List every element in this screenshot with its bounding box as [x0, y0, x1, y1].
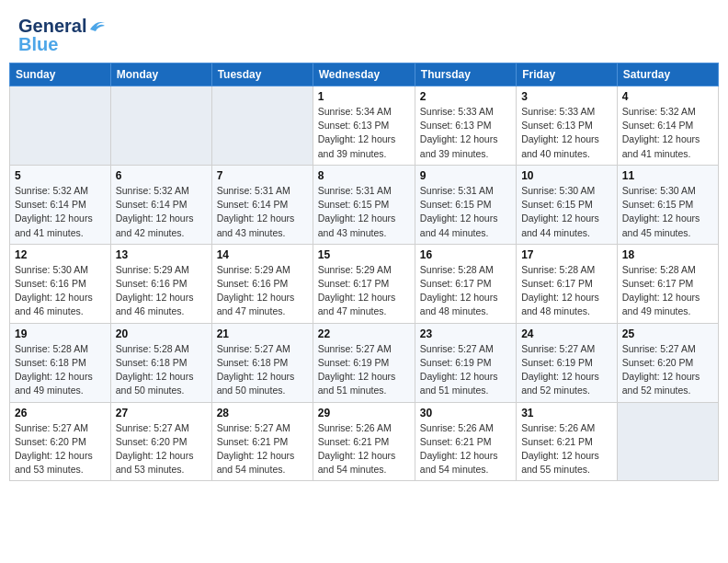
- calendar-day-cell: 15Sunrise: 5:29 AMSunset: 6:17 PMDayligh…: [313, 244, 415, 323]
- calendar-day-cell: 26Sunrise: 5:27 AMSunset: 6:20 PMDayligh…: [10, 402, 111, 481]
- page-header: General Blue: [9, 9, 719, 57]
- day-number: 13: [116, 248, 207, 261]
- day-info: Sunrise: 5:27 AMSunset: 6:20 PMDaylight:…: [116, 421, 207, 477]
- day-number: 31: [521, 407, 612, 419]
- day-number: 1: [318, 90, 410, 103]
- calendar-week-row: 26Sunrise: 5:27 AMSunset: 6:20 PMDayligh…: [10, 402, 719, 481]
- day-info: Sunrise: 5:30 AMSunset: 6:15 PMDaylight:…: [622, 184, 713, 240]
- day-info: Sunrise: 5:27 AMSunset: 6:19 PMDaylight:…: [420, 342, 511, 398]
- day-number: 9: [420, 169, 511, 182]
- day-number: 6: [116, 169, 207, 182]
- day-info: Sunrise: 5:27 AMSunset: 6:18 PMDaylight:…: [217, 342, 308, 398]
- calendar-day-cell: [10, 86, 111, 166]
- calendar-day-cell: 23Sunrise: 5:27 AMSunset: 6:19 PMDayligh…: [415, 323, 516, 402]
- day-number: 7: [217, 169, 308, 182]
- day-number: 30: [420, 407, 511, 419]
- day-number: 10: [521, 169, 612, 182]
- day-info: Sunrise: 5:30 AMSunset: 6:16 PMDaylight:…: [15, 263, 106, 319]
- calendar-week-row: 1Sunrise: 5:34 AMSunset: 6:13 PMDaylight…: [10, 86, 719, 166]
- day-info: Sunrise: 5:32 AMSunset: 6:14 PMDaylight:…: [116, 184, 207, 240]
- day-of-week-header: Sunday: [10, 63, 111, 86]
- calendar-day-cell: 5Sunrise: 5:32 AMSunset: 6:14 PMDaylight…: [10, 165, 111, 244]
- calendar-day-cell: 10Sunrise: 5:30 AMSunset: 6:15 PMDayligh…: [517, 165, 618, 244]
- day-info: Sunrise: 5:26 AMSunset: 6:21 PMDaylight:…: [521, 421, 612, 477]
- calendar-day-cell: [617, 402, 718, 481]
- day-of-week-header: Tuesday: [211, 63, 313, 86]
- calendar-body: 1Sunrise: 5:34 AMSunset: 6:13 PMDaylight…: [10, 86, 719, 481]
- day-number: 26: [15, 407, 106, 419]
- day-number: 20: [116, 327, 207, 340]
- calendar-day-cell: 29Sunrise: 5:26 AMSunset: 6:21 PMDayligh…: [313, 402, 415, 481]
- calendar-week-row: 12Sunrise: 5:30 AMSunset: 6:16 PMDayligh…: [10, 244, 719, 323]
- day-number: 18: [622, 248, 713, 261]
- calendar-day-cell: 7Sunrise: 5:31 AMSunset: 6:14 PMDaylight…: [211, 165, 313, 244]
- calendar-day-cell: 25Sunrise: 5:27 AMSunset: 6:20 PMDayligh…: [617, 323, 718, 402]
- day-of-week-header: Monday: [110, 63, 211, 86]
- calendar-day-cell: [110, 86, 211, 166]
- day-info: Sunrise: 5:31 AMSunset: 6:15 PMDaylight:…: [318, 184, 410, 240]
- day-number: 12: [15, 248, 106, 261]
- calendar-day-cell: 31Sunrise: 5:26 AMSunset: 6:21 PMDayligh…: [517, 402, 618, 481]
- day-info: Sunrise: 5:26 AMSunset: 6:21 PMDaylight:…: [318, 421, 410, 477]
- day-info: Sunrise: 5:31 AMSunset: 6:15 PMDaylight:…: [420, 184, 511, 240]
- day-info: Sunrise: 5:29 AMSunset: 6:17 PMDaylight:…: [318, 263, 410, 319]
- calendar-day-cell: 9Sunrise: 5:31 AMSunset: 6:15 PMDaylight…: [415, 165, 516, 244]
- day-info: Sunrise: 5:32 AMSunset: 6:14 PMDaylight:…: [622, 105, 713, 161]
- calendar-day-cell: 17Sunrise: 5:28 AMSunset: 6:17 PMDayligh…: [517, 244, 618, 323]
- day-info: Sunrise: 5:28 AMSunset: 6:18 PMDaylight:…: [116, 342, 207, 398]
- day-number: 16: [420, 248, 511, 261]
- day-number: 4: [622, 90, 713, 103]
- day-info: Sunrise: 5:28 AMSunset: 6:17 PMDaylight:…: [420, 263, 511, 319]
- day-info: Sunrise: 5:27 AMSunset: 6:20 PMDaylight:…: [15, 421, 106, 477]
- calendar-day-cell: 6Sunrise: 5:32 AMSunset: 6:14 PMDaylight…: [110, 165, 211, 244]
- calendar-day-cell: 19Sunrise: 5:28 AMSunset: 6:18 PMDayligh…: [10, 323, 111, 402]
- day-info: Sunrise: 5:33 AMSunset: 6:13 PMDaylight:…: [420, 105, 511, 161]
- calendar-day-cell: 24Sunrise: 5:27 AMSunset: 6:19 PMDayligh…: [517, 323, 618, 402]
- day-info: Sunrise: 5:32 AMSunset: 6:14 PMDaylight:…: [15, 184, 106, 240]
- day-info: Sunrise: 5:29 AMSunset: 6:16 PMDaylight:…: [217, 263, 308, 319]
- calendar-day-cell: 27Sunrise: 5:27 AMSunset: 6:20 PMDayligh…: [110, 402, 211, 481]
- calendar-day-cell: 20Sunrise: 5:28 AMSunset: 6:18 PMDayligh…: [110, 323, 211, 402]
- day-number: 27: [116, 407, 207, 419]
- day-info: Sunrise: 5:34 AMSunset: 6:13 PMDaylight:…: [318, 105, 410, 161]
- day-of-week-header: Saturday: [617, 63, 718, 86]
- calendar-day-cell: 8Sunrise: 5:31 AMSunset: 6:15 PMDaylight…: [313, 165, 415, 244]
- day-number: 15: [318, 248, 410, 261]
- day-number: 11: [622, 169, 713, 182]
- calendar-day-cell: 3Sunrise: 5:33 AMSunset: 6:13 PMDaylight…: [517, 86, 618, 166]
- logo-blue-text: Blue: [18, 35, 58, 53]
- calendar-day-cell: 13Sunrise: 5:29 AMSunset: 6:16 PMDayligh…: [110, 244, 211, 323]
- day-info: Sunrise: 5:28 AMSunset: 6:17 PMDaylight:…: [521, 263, 612, 319]
- day-info: Sunrise: 5:30 AMSunset: 6:15 PMDaylight:…: [521, 184, 612, 240]
- logo: General Blue: [18, 17, 107, 53]
- calendar-day-cell: 18Sunrise: 5:28 AMSunset: 6:17 PMDayligh…: [617, 244, 718, 323]
- logo-bird-icon: [88, 18, 107, 33]
- calendar-day-cell: 2Sunrise: 5:33 AMSunset: 6:13 PMDaylight…: [415, 86, 516, 166]
- calendar-day-cell: 30Sunrise: 5:26 AMSunset: 6:21 PMDayligh…: [415, 402, 516, 481]
- day-info: Sunrise: 5:27 AMSunset: 6:20 PMDaylight:…: [622, 342, 713, 398]
- day-number: 29: [318, 407, 410, 419]
- day-number: 14: [217, 248, 308, 261]
- calendar-week-row: 19Sunrise: 5:28 AMSunset: 6:18 PMDayligh…: [10, 323, 719, 402]
- calendar-day-cell: 22Sunrise: 5:27 AMSunset: 6:19 PMDayligh…: [313, 323, 415, 402]
- day-info: Sunrise: 5:29 AMSunset: 6:16 PMDaylight:…: [116, 263, 207, 319]
- day-number: 8: [318, 169, 410, 182]
- calendar-day-cell: 28Sunrise: 5:27 AMSunset: 6:21 PMDayligh…: [211, 402, 313, 481]
- day-number: 5: [15, 169, 106, 182]
- header-row: SundayMondayTuesdayWednesdayThursdayFrid…: [10, 63, 719, 86]
- day-number: 22: [318, 327, 410, 340]
- day-number: 24: [521, 327, 612, 340]
- day-info: Sunrise: 5:31 AMSunset: 6:14 PMDaylight:…: [217, 184, 308, 240]
- calendar-day-cell: 12Sunrise: 5:30 AMSunset: 6:16 PMDayligh…: [10, 244, 111, 323]
- day-number: 3: [521, 90, 612, 103]
- day-of-week-header: Wednesday: [313, 63, 415, 86]
- day-number: 25: [622, 327, 713, 340]
- day-info: Sunrise: 5:28 AMSunset: 6:17 PMDaylight:…: [622, 263, 713, 319]
- calendar-table: SundayMondayTuesdayWednesdayThursdayFrid…: [9, 63, 719, 481]
- calendar-day-cell: 11Sunrise: 5:30 AMSunset: 6:15 PMDayligh…: [617, 165, 718, 244]
- calendar-day-cell: 16Sunrise: 5:28 AMSunset: 6:17 PMDayligh…: [415, 244, 516, 323]
- calendar-day-cell: 14Sunrise: 5:29 AMSunset: 6:16 PMDayligh…: [211, 244, 313, 323]
- day-info: Sunrise: 5:33 AMSunset: 6:13 PMDaylight:…: [521, 105, 612, 161]
- day-of-week-header: Friday: [517, 63, 618, 86]
- logo-general-text: General: [18, 17, 86, 35]
